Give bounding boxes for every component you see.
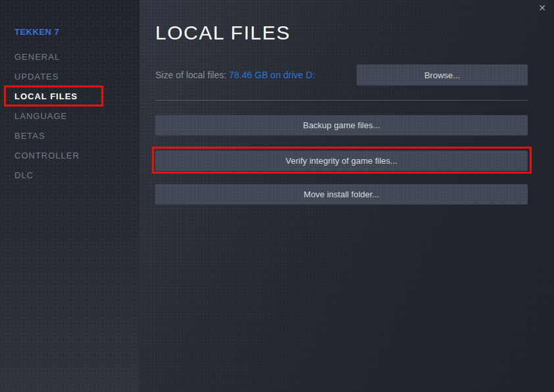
sidebar-item-betas[interactable]: BETAS [14, 126, 126, 146]
sidebar-nav: GENERAL UPDATES LOCAL FILES LANGUAGE BET… [14, 47, 126, 185]
close-icon[interactable]: ✕ [536, 1, 549, 14]
game-title: TEKKEN 7 [14, 27, 59, 37]
sidebar-item-dlc[interactable]: DLC [14, 166, 126, 185]
section-divider [155, 100, 528, 101]
sidebar-item-language[interactable]: LANGUAGE [14, 107, 126, 126]
main-content: ✕ LOCAL FILES Size of local files: 78.46… [139, 0, 554, 392]
page-title: LOCAL FILES [155, 22, 290, 44]
sidebar-item-controller[interactable]: CONTROLLER [14, 146, 126, 166]
sidebar-item-updates[interactable]: UPDATES [14, 67, 126, 87]
move-install-folder-button[interactable]: Move install folder... [155, 184, 528, 205]
backup-game-files-button[interactable]: Backup game files... [155, 115, 528, 135]
game-properties-window: TEKKEN 7 GENERAL UPDATES LOCAL FILES LAN… [0, 0, 554, 392]
sidebar-item-general[interactable]: GENERAL [14, 47, 126, 67]
sidebar: TEKKEN 7 GENERAL UPDATES LOCAL FILES LAN… [0, 0, 139, 392]
verify-integrity-button[interactable]: Verify integrity of game files... [155, 151, 528, 171]
sidebar-item-local-files[interactable]: LOCAL FILES [14, 87, 126, 107]
browse-button[interactable]: Browse... [357, 64, 528, 86]
local-files-size-row: Size of local files: 78.46 GB on drive D… [155, 64, 528, 86]
size-value: 78.46 GB on drive D: [229, 70, 315, 80]
size-label: Size of local files: [155, 70, 229, 80]
